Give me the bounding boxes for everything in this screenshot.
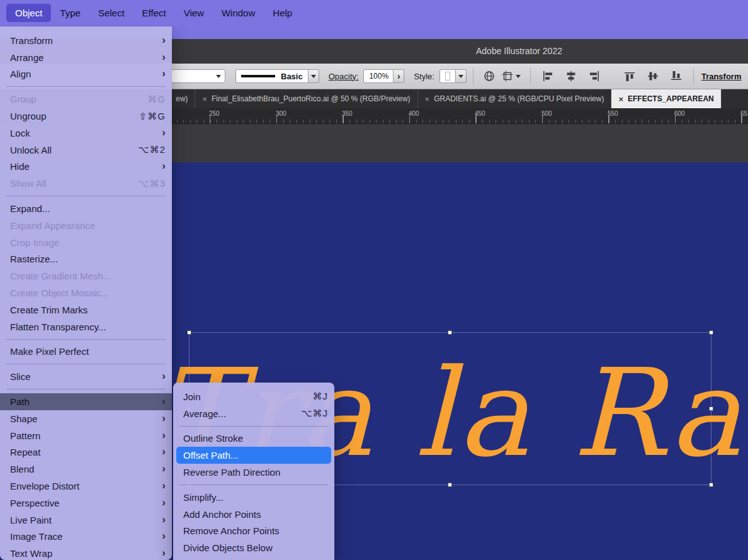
submenu-item-divide-objects-below[interactable]: Divide Objects Below — [173, 539, 334, 556]
menubar-item-help[interactable]: Help — [264, 4, 301, 22]
align-bottom-icon[interactable] — [670, 70, 683, 82]
menu-item-perspective[interactable]: Perspective › — [0, 495, 172, 512]
transform-link[interactable]: Transform — [701, 72, 742, 81]
submenu-chevron-icon: › — [162, 35, 166, 45]
ruler-tick-450: 450 — [475, 110, 485, 117]
menu-item-label: Slice — [10, 371, 148, 382]
truncated-dropdown[interactable] — [171, 69, 225, 83]
stroke-preview — [241, 75, 275, 77]
ruler-tick-500: 500 — [541, 110, 552, 117]
menu-item-align[interactable]: Align › — [0, 66, 172, 83]
menubar-item-object[interactable]: Object — [6, 4, 51, 22]
menu-item-label: Unlock All — [10, 145, 130, 155]
submenu-chevron-icon: › — [162, 413, 166, 423]
menubar-item-label: Window — [222, 8, 255, 18]
menubar-item-label: Object — [15, 8, 42, 18]
tab-close-icon[interactable]: × — [202, 94, 207, 104]
menu-item-shortcut: ⌘G — [147, 94, 166, 105]
menu-item-slice[interactable]: Slice › — [0, 368, 172, 385]
submenu-chevron-icon: › — [162, 463, 166, 474]
menu-item-shortcut: ⌥⌘2 — [138, 144, 166, 155]
menubar-item-view[interactable]: View — [175, 4, 213, 22]
menu-item-live-paint[interactable]: Live Paint › — [0, 512, 172, 529]
opacity-dropdown[interactable]: 100% › — [363, 69, 404, 83]
menubar-item-label: Type — [60, 8, 81, 18]
submenu-item-reverse-path-direction[interactable]: Reverse Path Direction — [173, 464, 334, 481]
menu-item-unlock-all[interactable]: Unlock All ⌥⌘2 — [0, 142, 172, 159]
align-top-icon[interactable] — [623, 70, 636, 82]
align-buttons — [538, 70, 686, 82]
submenu-chevron-icon: › — [162, 68, 166, 79]
menubar: Object Type Select Effect View Window He… — [0, 0, 748, 25]
tab-gradients-ai-25-rgb-cpu-pixel-preview[interactable]: × GRADIENTS.ai @ 25 % (RGB/CPU Pixel Pre… — [418, 89, 612, 108]
menu-item-hide[interactable]: Hide › — [0, 159, 172, 176]
menu-item-text-wrap[interactable]: Text Wrap › — [0, 545, 172, 560]
menubar-item-select[interactable]: Select — [89, 4, 133, 22]
tab-close-icon[interactable]: × — [618, 94, 623, 104]
menu-item-shape[interactable]: Shape › — [0, 410, 172, 427]
menu-item-group: Group ⌘G — [0, 91, 172, 108]
menu-item-label: Create Trim Marks — [10, 305, 158, 315]
submenu-item-join[interactable]: Join ⌘J — [173, 388, 334, 405]
selection-handle[interactable] — [448, 330, 452, 335]
tab-final-elisabethbrau-puertorico-ai-50-rgb-preview[interactable]: × Final_ElisabethBrau_PuertoRico.ai @ 50… — [195, 89, 417, 108]
menu-item-label: Remove Anchor Points — [183, 525, 320, 536]
selection-handle[interactable] — [448, 483, 452, 487]
submenu-item-average[interactable]: Average... ⌥⌘J — [173, 405, 334, 422]
tab-effects-appearean[interactable]: × EFFECTS_APPEAREAN — [611, 89, 721, 108]
menu-item-lock[interactable]: Lock › — [0, 125, 172, 142]
style-label: Style: — [414, 72, 434, 81]
submenu-chevron-icon: › — [162, 530, 166, 541]
menu-item-repeat[interactable]: Repeat › — [0, 444, 172, 461]
tab-close-icon[interactable]: × — [425, 94, 430, 104]
submenu-item-outline-stroke[interactable]: Outline Stroke — [173, 430, 334, 447]
submenu-item-offset-path[interactable]: Offset Path... — [176, 447, 331, 464]
align-right-icon[interactable] — [588, 70, 601, 82]
menu-item-shortcut: ⌥⌘3 — [138, 178, 166, 189]
style-dropdown[interactable] — [439, 69, 467, 83]
window-title: Adobe Illustrator 2022 — [476, 46, 562, 56]
submenu-item-remove-anchor-points[interactable]: Remove Anchor Points — [173, 523, 334, 540]
opacity-label[interactable]: Opacity: — [329, 72, 359, 81]
submenu-chevron-icon: › — [162, 127, 166, 138]
ruler-tick-550: 550 — [608, 110, 618, 117]
menu-item-image-trace[interactable]: Image Trace › — [0, 529, 172, 546]
menu-item-path[interactable]: Path › — [0, 393, 172, 410]
align-left-icon[interactable] — [541, 70, 554, 82]
tab-ew[interactable]: ew) — [169, 89, 195, 108]
align-center-vertical-icon[interactable] — [647, 70, 659, 82]
brush-definition-dropdown[interactable]: Basic — [235, 69, 319, 83]
path-submenu: Join ⌘J Average... ⌥⌘J Outline Stroke Of… — [173, 383, 334, 560]
align-center-horizontal-icon[interactable] — [565, 70, 577, 82]
menubar-item-effect[interactable]: Effect — [133, 4, 175, 22]
document-setup-icon[interactable] — [502, 70, 521, 82]
menu-item-ungroup[interactable]: Ungroup ⇧⌘G — [0, 108, 172, 125]
submenu-item-add-anchor-points[interactable]: Add Anchor Points — [173, 506, 334, 523]
menu-item-label: Group — [10, 94, 140, 104]
selection-handle[interactable] — [709, 483, 713, 487]
menu-divider — [179, 484, 328, 485]
menu-item-make-pixel-perfect[interactable]: Make Pixel Perfect — [0, 344, 172, 361]
menu-item-blend[interactable]: Blend › — [0, 461, 172, 478]
tab-label: ew) — [176, 94, 188, 103]
menu-item-flatten-transparency[interactable]: Flatten Transparency... — [0, 318, 172, 335]
menu-item-label: Flatten Transparency... — [10, 322, 158, 332]
menu-item-expand[interactable]: Expand... — [0, 200, 172, 217]
submenu-chevron-icon: › — [162, 497, 166, 508]
menu-item-pattern[interactable]: Pattern › — [0, 427, 172, 444]
selection-handle[interactable] — [709, 330, 713, 335]
selection-handle[interactable] — [187, 330, 191, 335]
menu-item-create-trim-marks[interactable]: Create Trim Marks — [0, 301, 172, 318]
object-menu: Transform › Arrange › Align › Group ⌘G U… — [0, 26, 172, 560]
menu-item-rasterize[interactable]: Rasterize... — [0, 251, 172, 268]
selection-handle[interactable] — [709, 406, 713, 411]
menu-item-envelope-distort[interactable]: Envelope Distort › — [0, 478, 172, 495]
menu-item-label: Blend — [10, 464, 148, 474]
menu-item-arrange[interactable]: Arrange › — [0, 49, 172, 66]
menubar-item-type[interactable]: Type — [51, 4, 89, 22]
menu-item-show-all: Show All ⌥⌘3 — [0, 175, 172, 192]
menubar-item-window[interactable]: Window — [213, 4, 264, 22]
globe-icon[interactable] — [483, 70, 496, 82]
menu-item-transform[interactable]: Transform › — [0, 32, 172, 49]
submenu-item-simplify[interactable]: Simplify... — [173, 489, 334, 506]
